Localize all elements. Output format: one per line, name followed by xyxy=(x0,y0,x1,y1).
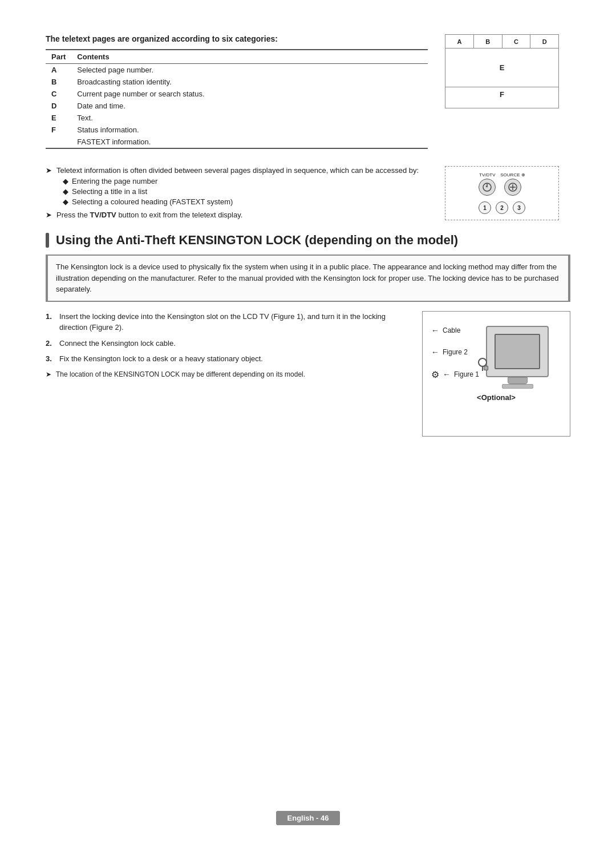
page-number-badge: English - 46 xyxy=(276,811,341,825)
note-item-2: ➤ Press the TV/DTV button to exit from t… xyxy=(46,211,428,219)
figure2-label-row: ← Figure 2 xyxy=(431,348,479,357)
remote-diagram: TV/DTV SOURCE ⊕ xyxy=(445,166,559,220)
kensington-step-1: 1. Insert the locking device into the Ke… xyxy=(46,311,405,333)
diagram-cell-b: B xyxy=(474,35,502,48)
cable-coil-area xyxy=(477,357,488,373)
table-row: E Text. xyxy=(46,112,428,124)
bullet-diamond: ◆ xyxy=(63,177,68,185)
content-fastext: FASTEXT information. xyxy=(71,136,428,148)
diagram-cell-a: A xyxy=(445,35,474,48)
figure1-label-row: ⚙ ← Figure 1 xyxy=(431,369,479,380)
content-c: Current page number or search status. xyxy=(71,88,428,100)
content-d: Date and time. xyxy=(71,100,428,112)
teletext-table: Part Contents A Selected page number. B … xyxy=(46,49,428,149)
content-e: Text. xyxy=(71,112,428,124)
figure2-label: Figure 2 xyxy=(443,348,468,356)
table-row: FASTEXT information. xyxy=(46,136,428,148)
figure1-arrow: ← xyxy=(443,370,451,379)
tv-body xyxy=(486,326,549,377)
kensington-step-2: 2. Connect the Kensington lock cable. xyxy=(46,338,405,349)
tvdtv-button xyxy=(479,179,496,196)
bullet-item-3: ◆ Selecting a coloured heading (FASTEXT … xyxy=(63,197,428,206)
content-b: Broadcasting station identity. xyxy=(71,76,428,88)
step-num-2: 2. xyxy=(46,338,55,349)
part-f: F xyxy=(46,124,71,136)
step-num-1: 1. xyxy=(46,311,55,333)
tv-illustration xyxy=(486,326,549,389)
figure2-arrow: ← xyxy=(431,348,439,357)
remote-num-2: 2 xyxy=(496,201,508,214)
teletext-left: The teletext pages are organized accordi… xyxy=(46,34,428,155)
svg-point-4 xyxy=(479,358,487,366)
diagram-top-bar: A B C D xyxy=(445,35,558,49)
diagram-cell-c: C xyxy=(502,35,531,48)
step-text-2: Connect the Kensington lock cable. xyxy=(59,338,176,349)
tv-base xyxy=(502,384,533,389)
diagram-bottom: F xyxy=(445,87,558,101)
bullet-item-1: ◆ Entering the page number xyxy=(63,177,428,185)
diagram-middle: E xyxy=(445,49,558,87)
kensington-section: Using the Anti-Theft KENSINGTON LOCK (de… xyxy=(46,233,570,437)
kensington-note-arrow: ➤ xyxy=(46,370,51,378)
col-part: Part xyxy=(46,50,71,64)
col-contents: Contents xyxy=(71,50,428,64)
page-footer: English - 46 xyxy=(0,811,616,825)
bullet-diamond: ◆ xyxy=(63,187,68,196)
optional-label: <Optional> xyxy=(431,393,561,402)
teletext-heading: The teletext pages are organized accordi… xyxy=(46,34,428,43)
note-item-1: ➤ Teletext information is often divided … xyxy=(46,166,428,175)
remote-number-row: 1 2 3 xyxy=(479,201,525,214)
bullet-diamond: ◆ xyxy=(63,197,68,206)
part-e: E xyxy=(46,112,71,124)
note-arrow-1: ➤ xyxy=(46,166,52,175)
kensington-right: ← Cable ← Figure 2 ⚙ ← Figure 1 xyxy=(422,311,570,437)
part-a: A xyxy=(46,64,71,76)
tvdtv-label: TV/DTV xyxy=(479,172,495,177)
cable-label: Cable xyxy=(443,326,460,334)
part-fastext xyxy=(46,136,71,148)
note-text-2: Press the TV/DTV button to exit from the… xyxy=(56,211,242,219)
kensington-title: Using the Anti-Theft KENSINGTON LOCK (de… xyxy=(56,233,458,248)
part-b: B xyxy=(46,76,71,88)
notes-left: ➤ Teletext information is often divided … xyxy=(46,166,428,221)
source-label: SOURCE ⊕ xyxy=(500,172,525,177)
content-a: Selected page number. xyxy=(71,64,428,76)
bullet-text-2: Selecting a title in a list xyxy=(72,187,147,196)
bullet-item-2: ◆ Selecting a title in a list xyxy=(63,187,428,196)
kensington-note-text: The location of the KENSINGTON LOCK may … xyxy=(56,370,305,378)
teletext-diagram: A B C D E F xyxy=(445,34,559,108)
kensington-description: The Kensington lock is a device used to … xyxy=(46,255,570,302)
bullet-text-3: Selecting a coloured heading (FASTEXT sy… xyxy=(72,197,233,206)
diagram-labels: ← Cable ← Figure 2 ⚙ ← Figure 1 xyxy=(431,320,479,380)
kensington-steps: 1. Insert the locking device into the Ke… xyxy=(46,311,405,365)
remote-num-3: 3 xyxy=(513,201,525,214)
kensington-diagram: ← Cable ← Figure 2 ⚙ ← Figure 1 xyxy=(422,311,570,437)
kensington-step-3: 3. Fix the Kensington lock to a desk or … xyxy=(46,353,405,365)
title-accent-bar xyxy=(46,233,49,248)
figure1-label: Figure 1 xyxy=(454,370,479,378)
step-text-3: Fix the Kensington lock to a desk or a h… xyxy=(59,353,263,365)
table-row: B Broadcasting station identity. xyxy=(46,76,428,88)
kensington-note: ➤ The location of the KENSINGTON LOCK ma… xyxy=(46,370,405,378)
table-row: D Date and time. xyxy=(46,100,428,112)
part-c: C xyxy=(46,88,71,100)
part-d: D xyxy=(46,100,71,112)
cable-arrow: ← xyxy=(431,326,439,335)
remote-num-1: 1 xyxy=(479,201,491,214)
content-f: Status information. xyxy=(71,124,428,136)
kensington-title-wrap: Using the Anti-Theft KENSINGTON LOCK (de… xyxy=(46,233,570,248)
step-text-1: Insert the locking device into the Kensi… xyxy=(59,311,405,333)
diagram-content: ← Cable ← Figure 2 ⚙ ← Figure 1 xyxy=(431,320,561,389)
notes-right: TV/DTV SOURCE ⊕ xyxy=(445,166,570,221)
teletext-right: A B C D E F xyxy=(445,34,570,155)
table-row: A Selected page number. xyxy=(46,64,428,76)
bullet-list: ◆ Entering the page number ◆ Selecting a… xyxy=(63,177,428,206)
cable-label-row: ← Cable xyxy=(431,326,479,335)
remote-top-row: TV/DTV SOURCE ⊕ xyxy=(451,172,553,196)
bullet-text-1: Entering the page number xyxy=(72,177,157,185)
tv-stand xyxy=(508,377,528,384)
notes-section: ➤ Teletext information is often divided … xyxy=(46,166,570,221)
figure1-icon: ⚙ xyxy=(431,369,439,380)
remote-inner: TV/DTV SOURCE ⊕ xyxy=(451,172,553,214)
table-row: C Current page number or search status. xyxy=(46,88,428,100)
